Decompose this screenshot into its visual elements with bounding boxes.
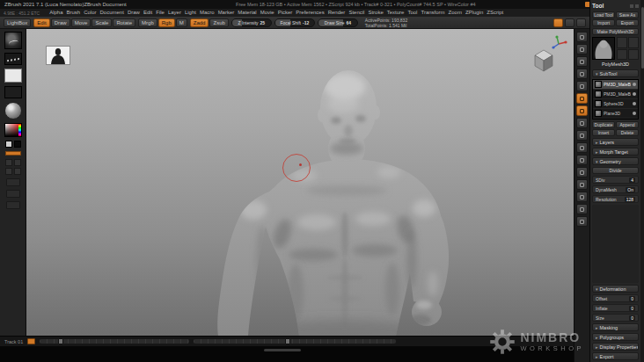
shelf-slot[interactable] [6,178,20,186]
recent-tool-thumbnail[interactable] [628,49,639,61]
brush-thumbnail[interactable] [4,32,22,49]
menu-item[interactable]: Color [82,9,98,17]
visibility-eye-icon[interactable] [633,102,636,105]
record-button[interactable] [27,338,35,344]
focal-shift-slider[interactable]: Focal Shift-12 [274,18,315,27]
current-tool-thumbnail[interactable] [592,37,615,60]
subtool-item[interactable]: PM3D_MaleBust1 [593,90,638,99]
material-thumbnail[interactable] [4,102,22,119]
visibility-eye-icon[interactable] [633,92,636,96]
subtool-item[interactable]: Sphere3D [593,99,638,109]
quick-icon[interactable] [5,168,12,175]
mode-button[interactable]: Rotate [113,18,135,27]
menu-item[interactable]: Marker [216,9,237,17]
subtool-action-button[interactable]: Insert [592,129,615,136]
horizontal-scrollbar[interactable] [264,349,301,351]
rotate-icon[interactable] [576,179,588,190]
persp-icon[interactable] [576,93,588,104]
saturation-value-field[interactable] [5,124,18,136]
menu-item[interactable]: Macro [198,9,216,17]
paint-toggle[interactable]: Mrgb [138,18,157,27]
palette-section-header[interactable]: ▸ Display Properties [592,343,639,351]
menu-item[interactable]: Layer [166,9,183,17]
local-icon[interactable] [576,118,588,128]
palette-section-header[interactable]: ▸ Export [592,352,639,360]
menu-item[interactable]: Alpha [48,9,64,17]
secondary-color-swatch[interactable] [14,141,21,148]
menu-item[interactable]: Edit [142,9,154,17]
menu-item[interactable]: Texture [385,9,406,17]
floor-icon[interactable] [576,105,588,116]
recent-tool-thumbnail[interactable] [617,37,627,48]
subtool-section-header[interactable]: ▾ SubTool [592,69,639,77]
subtool-action-button[interactable]: Duplicate [592,121,615,128]
visibility-eye-icon[interactable] [633,83,636,86]
menu-item[interactable]: Draw [126,9,142,17]
palette-pin-icon[interactable] [635,4,639,8]
mode-button[interactable]: Draw [51,18,70,27]
store-quick-icon[interactable] [576,18,586,27]
timeline-slider-left[interactable] [40,339,189,344]
geometry-row[interactable]: SDiv 4 [592,176,639,184]
subtool-action-button[interactable]: Append [616,121,639,128]
visibility-eye-icon[interactable] [633,112,636,115]
menu-item[interactable]: Document [99,9,126,17]
tool-file-button[interactable]: Import [592,19,615,26]
zoom-icon[interactable] [576,56,588,67]
tool-file-button[interactable]: Load Tool [592,11,615,18]
menu-item[interactable]: Render [326,9,348,17]
menu-item[interactable]: Light [183,9,198,17]
recent-tool-thumbnail[interactable] [617,49,627,61]
gradient-switch[interactable] [5,151,21,156]
divide-button[interactable]: Divide [592,167,639,174]
actual-size-icon[interactable] [576,69,588,79]
lsym-icon[interactable] [576,130,588,141]
geometry-row[interactable]: Resolution 128 [592,195,639,203]
geometry-section-header[interactable]: ▾ Geometry [592,157,639,165]
mode-button[interactable]: Scale [91,18,112,27]
scale-icon[interactable] [576,167,588,177]
alpha-thumbnail[interactable] [4,69,22,83]
menu-item[interactable]: Material [236,9,258,17]
transp-icon[interactable] [576,192,588,202]
orientation-gizmo[interactable] [526,34,568,75]
deformation-row[interactable]: Size 0 [592,314,639,322]
hue-strip[interactable] [18,124,21,136]
sculpt-model[interactable] [26,29,574,336]
make-polymesh-button[interactable]: Make PolyMesh3D [592,28,639,35]
menu-item[interactable]: File [154,9,166,17]
tool-file-button[interactable]: Export [616,19,639,26]
mode-button[interactable]: Edit [33,18,49,27]
palette-section-header[interactable]: ▸ Layers [592,138,639,146]
recent-tool-thumbnail[interactable] [628,37,639,48]
menu-item[interactable]: Picker [276,9,295,17]
mode-button[interactable]: Move [71,18,91,27]
timeline-slider-right[interactable] [194,339,396,344]
sculpt-toggle[interactable]: Zsub [209,18,228,27]
frame-icon[interactable] [576,142,588,153]
grid-quick-icon[interactable] [565,18,574,27]
quick-icon[interactable] [14,159,21,166]
menu-item[interactable]: Zoom [447,9,464,17]
lightbox-button[interactable]: LightBox [4,18,31,27]
paint-toggle[interactable]: M [176,18,187,27]
menu-item[interactable]: Transform [419,9,446,17]
palette-scrollbar[interactable] [640,0,644,362]
deformation-section-header[interactable]: ▾ Deformation [592,285,639,293]
menu-item[interactable]: ZPlugin [464,9,485,17]
solo-icon[interactable] [576,216,588,227]
ghost-icon[interactable] [576,204,588,214]
geometry-row[interactable]: DynaMesh On [592,185,639,193]
color-picker[interactable] [4,123,22,137]
document-canvas[interactable] [26,29,574,336]
scroll-icon[interactable] [576,44,588,54]
primary-color-swatch[interactable] [5,141,12,148]
quick-icon[interactable] [5,159,12,166]
move-icon[interactable] [576,155,588,165]
menu-item[interactable]: Tool [406,9,419,17]
palette-menu-icon[interactable] [630,4,633,8]
subtool-item[interactable]: PM3D_MaleBust [593,80,638,90]
aa-half-icon[interactable] [576,81,588,91]
paint-toggle[interactable]: Rgb [158,18,175,27]
subtool-item[interactable]: Plane3D [593,109,638,119]
